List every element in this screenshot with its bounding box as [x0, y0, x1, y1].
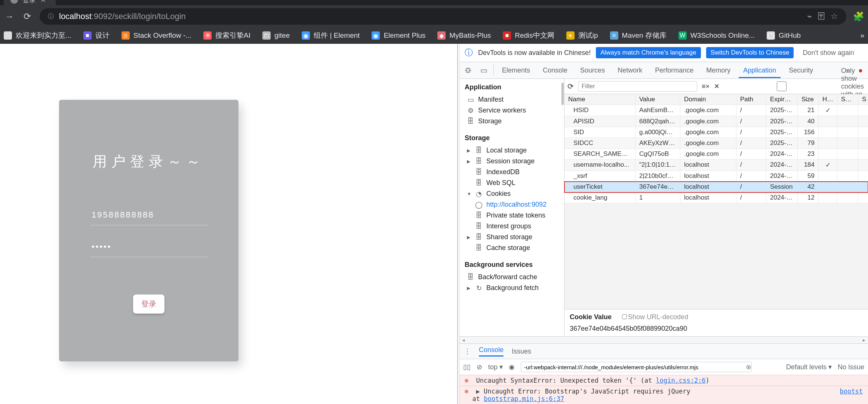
node-session-storage[interactable]: ▶🗄Session storage [467, 156, 564, 167]
node-manifest[interactable]: ▭Manifest [467, 94, 564, 105]
sidebar-hscroll[interactable]: ◂ ▸ [459, 336, 868, 343]
bookmark-item[interactable]: ※搜索引挚AI [203, 31, 250, 40]
clear-icon[interactable]: ✕ [714, 82, 720, 90]
context-selector[interactable]: top ▾ [488, 363, 503, 371]
sidebar-scrollbar[interactable] [561, 83, 564, 105]
table-row[interactable]: APISID688Q2qahD....google.com/2025-0...4… [564, 116, 868, 127]
col-expires[interactable]: Expires ... [766, 94, 798, 105]
bookmark-item[interactable]: ■设计 [83, 31, 110, 40]
device-toolbar-icon[interactable]: ▭ [478, 66, 490, 75]
node-interest-groups[interactable]: 🗄Interest groups [467, 221, 564, 232]
password-key-icon[interactable]: ⌁ [807, 12, 812, 21]
node-private-state[interactable]: 🗄Private state tokens [467, 210, 564, 221]
bookmark-item[interactable]: ◆MyBatis-Plus [437, 31, 491, 40]
browser-tab[interactable]: 登录 ✕ [4, 0, 56, 5]
bookmark-item[interactable]: 欢迎来到实力至... [4, 31, 71, 40]
bookmark-item[interactable]: ≣Stack Overflow -... [121, 31, 191, 40]
extensions-icon[interactable]: 🧩 [853, 11, 864, 22]
devtools-tab-performance[interactable]: Performance [650, 63, 698, 78]
col-http[interactable]: Htt... [819, 94, 837, 105]
node-cache-storage[interactable]: 🗄Cache storage [467, 243, 564, 253]
url-decoded-checkbox[interactable] [622, 314, 627, 319]
forward-icon[interactable]: → [4, 11, 15, 22]
node-local-storage[interactable]: ▶🗄Local storage [467, 145, 564, 156]
col-samesite[interactable]: S [858, 94, 868, 105]
only-issue-checkbox[interactable] [726, 81, 838, 91]
filter-clear-icon[interactable]: ⊗ [746, 363, 751, 371]
bookmark-item[interactable]: ◉Element Plus [372, 31, 425, 40]
close-icon[interactable]: ✕ [40, 0, 46, 4]
scroll-left-icon[interactable]: ◂ [460, 337, 467, 343]
username-field[interactable] [91, 205, 208, 225]
bookmark-item[interactable]: ■Redis中文网 [503, 31, 554, 40]
table-row[interactable]: cookie_lang1localhost/2024-0...12 [564, 192, 868, 203]
node-cookies[interactable]: ▼◔Cookies [467, 188, 564, 199]
bookmark-icon: W [678, 31, 687, 40]
node-cookies-origin[interactable]: ◯http://localhost:9092 [467, 199, 564, 210]
bookmark-item[interactable]: 🗀gitee [262, 31, 290, 40]
bookmark-star-icon[interactable]: ☆ [831, 12, 838, 21]
col-name[interactable]: Name [564, 94, 635, 105]
password-field[interactable] [91, 237, 208, 257]
drawer-tab-issues[interactable]: Issues [512, 348, 531, 355]
table-row[interactable]: HSIDAahEsmBc5....google.com/2025-0...21✓ [564, 105, 868, 116]
match-language-button[interactable]: Always match Chrome's language [596, 47, 701, 58]
translate-icon[interactable]: 🈂︎ [817, 12, 825, 21]
col-secure[interactable]: Sec... [837, 94, 858, 105]
devtools-tab-network[interactable]: Network [613, 63, 647, 78]
site-info-icon[interactable]: ⓘ [48, 13, 54, 21]
devtools-tab-console[interactable]: Console [538, 63, 572, 78]
devtools-tab-elements[interactable]: Elements [498, 63, 535, 78]
sidebar-toggle-icon[interactable]: ▯▯ [463, 363, 471, 371]
bookmark-item[interactable]: ◉组件 | Element [302, 31, 360, 40]
node-shared-storage[interactable]: ▶🗄Shared storage [467, 232, 564, 243]
node-bf-cache[interactable]: 🗄Back/forward cache [467, 272, 564, 283]
bookmark-item[interactable]: ≡Maven 存储库 [610, 31, 667, 40]
col-domain[interactable]: Domain [680, 94, 736, 105]
table-row[interactable]: SIDg.a000jQi8N....google.com/2025-0...15… [564, 127, 868, 138]
cookie-filter-input[interactable] [578, 81, 697, 92]
table-row[interactable]: username-localho..."2|1:0|10:17...localh… [564, 160, 868, 171]
bookmark-item[interactable]: ✶测试ip [566, 31, 598, 40]
table-row[interactable]: _xsrf2|210b0cf1|...localhost/2024-0...59 [564, 171, 868, 182]
col-value[interactable]: Value [635, 94, 680, 105]
col-size[interactable]: Size [798, 94, 819, 105]
devtools-resize-handle[interactable] [456, 44, 459, 404]
inspect-icon[interactable]: ⯐ [462, 66, 474, 75]
live-expression-icon[interactable]: ◉ [509, 363, 515, 371]
console-error-1[interactable]: ⊗ Uncaught SyntaxError: Unexpected token… [459, 375, 868, 386]
error-link-2[interactable]: bootstrap.min.js:6:37 [484, 395, 564, 403]
devtools-tab-sources[interactable]: Sources [576, 63, 609, 78]
node-websql[interactable]: 🗄Web SQL [467, 178, 564, 188]
table-row[interactable]: SEARCH_SAMESITECgQI75oB.google.com/2024-… [564, 149, 868, 160]
reload-icon[interactable]: ⟳ [22, 11, 33, 22]
error-link-1[interactable]: login.css:2:6 [656, 377, 706, 384]
refresh-icon[interactable]: ⟳ [567, 82, 574, 91]
console-filter-input[interactable] [521, 362, 752, 372]
scroll-right-icon[interactable]: ▸ [861, 337, 867, 343]
bookmark-item[interactable]: WW3Schools Online... [678, 31, 755, 40]
table-row[interactable]: userTicket367ee74e04...localhost/Session… [564, 182, 868, 192]
error-link-right[interactable]: bootst [840, 388, 863, 395]
url-decoded-check[interactable]: Show URL-decoded [621, 313, 688, 321]
table-row[interactable]: SIDCCAKEyXzWQ_....google.com/2025-0...79 [564, 138, 868, 149]
log-levels-select[interactable]: Default levels ▾ [786, 363, 832, 371]
url-bar[interactable]: ⓘ localhost:9092/seckill/login/toLogin ⌁… [40, 8, 846, 25]
cookies-empty-area[interactable] [564, 203, 868, 309]
col-path[interactable]: Path [736, 94, 766, 105]
bookmark-item[interactable]: ◯GitHub [767, 31, 801, 40]
drawer-tab-console[interactable]: Console [479, 346, 504, 357]
node-storage[interactable]: 🗄Storage [467, 116, 564, 127]
node-service-workers[interactable]: ⚙Service workers [467, 105, 564, 116]
login-button[interactable]: 登录 [133, 294, 164, 314]
console-error-2[interactable]: ⊗ ▶ Uncaught Error: Bootstrap's JavaScri… [459, 386, 868, 404]
drawer-menu-icon[interactable]: ⋮ [464, 347, 471, 355]
cookie-value-text[interactable]: 367ee74e04b64545b05f08899020ca90 [570, 321, 863, 333]
node-bg-fetch[interactable]: ▶↻Background fetch [467, 283, 564, 293]
node-indexeddb[interactable]: 🗄IndexedDB [467, 167, 564, 178]
clear-console-icon[interactable]: ⊘ [477, 363, 482, 371]
dismiss-link[interactable]: Don't show again [803, 49, 854, 57]
bookmarks-overflow[interactable]: » [860, 31, 864, 40]
switch-language-button[interactable]: Switch DevTools to Chinese [706, 47, 794, 58]
filter-icon[interactable]: ≡× [702, 83, 710, 90]
